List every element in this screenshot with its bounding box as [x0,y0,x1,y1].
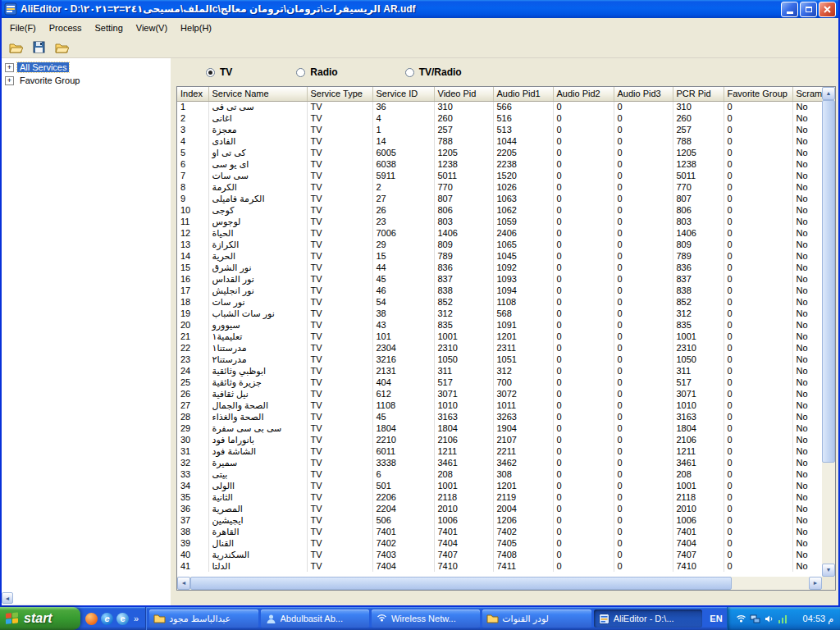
table-row[interactable]: 21تعليمية١TV101100112010010010No [177,331,822,342]
table-row[interactable]: 30بانوراما فودTV2210210621070021060No [177,434,822,445]
table-row[interactable]: 3معجزةTV1257513002570No [177,124,822,135]
table-row[interactable]: 37ايجيشينTV506100612060010060No [177,514,822,526]
open-file-button[interactable] [6,39,26,57]
taskbar-button-abdulbasit-ab-[interactable]: Abdulbasit Ab... [261,609,369,628]
table-row[interactable]: 15نور الشرقTV448361092008360No [177,262,822,273]
column-header-service-id[interactable]: Service ID [372,87,434,101]
table-row[interactable]: 29سى بى سى سفرةTV1804180419040018040No [177,422,822,434]
tree-item-favorite-group-label[interactable]: Favorite Group [17,75,82,85]
volume-icon[interactable] [764,614,774,624]
table-row[interactable]: 25جزيرة وثائقيةTV404517700005170No [177,377,822,388]
taskbar-button-alieditor-d-[interactable]: AliEditor - D:\... [594,609,702,628]
table-row[interactable]: 33بيتىTV6208308002080No [177,468,822,480]
scroll-right-button[interactable]: ► [809,577,822,590]
table-row[interactable]: 40السكندريةTV7403740774080074070No [177,549,822,560]
taskbar-clock[interactable]: م 04:53 [803,614,833,624]
tree-scroll-left-button[interactable]: ◄ [2,592,13,604]
radio-radio[interactable]: Radio [296,66,337,78]
taskbar-button--[interactable]: لودر القنوات [482,609,591,628]
table-row[interactable]: 14الحريةTV157891045007890No [177,250,822,262]
save-button[interactable] [29,39,49,57]
table-row[interactable]: 34االولىTV501100112010010010No [177,480,822,491]
scroll-left-button[interactable]: ◄ [177,577,190,590]
table-row[interactable]: 7سى ساتTV5911501115200050110No [177,170,822,181]
language-indicator[interactable]: EN [705,607,727,630]
table-row[interactable]: 35الثانيةTV2206211821190021180No [177,491,822,503]
table-row[interactable]: 41الدلتاTV7404741074110074100No [177,560,822,572]
tree-item-all-services-label[interactable]: All Services [17,62,69,72]
menu-view[interactable]: View(V) [130,20,174,36]
menu-process[interactable]: Process [43,20,89,36]
scroll-down-button[interactable]: ▼ [822,564,835,577]
table-row[interactable]: 6اى يو سىTV6038123822380012380No [177,158,822,170]
column-header-audio-pid1[interactable]: Audio Pid1 [493,87,553,101]
table-row[interactable]: 24ابوظبي وثائقيةTV2131311312003110No [177,365,822,377]
column-header-audio-pid3[interactable]: Audio Pid3 [614,87,673,101]
expand-plus-icon[interactable]: + [5,63,14,72]
table-row[interactable]: 23مدرستنا٢TV3216105010510010500No [177,354,822,365]
table-row[interactable]: 36المصريةTV2204201020040020100No [177,503,822,514]
restore-button[interactable] [800,2,817,17]
network-icon[interactable] [750,614,760,624]
menu-setting[interactable]: Setting [89,20,130,36]
table-row[interactable]: 5كى تى اوTV6005120522050012050No [177,147,822,158]
close-button[interactable] [819,2,836,17]
minimize-button[interactable] [781,2,798,17]
vertical-scrollbar[interactable]: ▲ ▼ [822,87,835,577]
cell-audio-pid2: 0 [553,262,614,273]
titlebar[interactable]: AliEditor - D:\الملف\مسيحى٢٤١=٢=٢٠٢١c\ال… [2,0,838,18]
column-header-video-pid[interactable]: Video Pid [434,87,493,101]
table-row[interactable]: 38القاهرةTV7401740174020074010No [177,526,822,537]
table-row[interactable]: 39القنالTV7402740474050074040No [177,537,822,549]
table-row[interactable]: 26نيل ثقافيةTV612307130720030710No [177,388,822,399]
column-header-service-name[interactable]: Service Name [208,87,307,101]
export-folder-button[interactable] [52,39,72,57]
menu-file[interactable]: File(F) [3,20,43,36]
column-header-audio-pid2[interactable]: Audio Pid2 [553,87,614,101]
browser-icon[interactable]: e [116,613,129,625]
expand-plus-icon[interactable]: + [5,76,14,85]
table-row[interactable]: 1سى تى فىTV36310566003100No [177,101,822,112]
table-row[interactable]: 19نور سات الشبابTV38312568003120No [177,308,822,319]
horizontal-scrollbar[interactable]: ◄ ► [177,577,822,590]
menu-help[interactable]: Help(H) [174,20,218,36]
table-row[interactable]: 11لوجوسTV238031059008030No [177,216,822,227]
table-row[interactable]: 12الحياةTV7006140624060014060No [177,227,822,239]
table-row[interactable]: 18نور ساتTV548521108008520No [177,296,822,308]
cell-service-type: TV [307,193,372,204]
taskbar-button--[interactable]: عبدالباسط مجود [149,609,258,628]
wireless-signal-icon[interactable] [736,614,746,624]
connection-status-icon[interactable] [778,614,788,624]
vertical-scroll-thumb[interactable] [822,100,835,463]
table-row[interactable]: 20سيووروTV438351091008350No [177,319,822,331]
column-header-pcr-pid[interactable]: PCR Pid [673,87,724,101]
table-row[interactable]: 8الكرمةTV27701026007700No [177,181,822,193]
table-row[interactable]: 22مدرستنا١TV2304231023110023100No [177,342,822,354]
radio-tv[interactable]: TV [206,66,232,78]
table-row[interactable]: 4الفادىTV147881044007880No [177,135,822,147]
column-header-scraml[interactable]: Scraml [792,87,822,101]
taskbar-button-wireless-netw-[interactable]: Wireless Netw... [372,609,480,628]
horizontal-scroll-thumb[interactable] [190,577,732,590]
column-header-index[interactable]: Index [177,87,208,101]
table-row[interactable]: 31الشاشة فودTV6011121122110012110No [177,445,822,457]
table-row[interactable]: 28الصحة والغذاءTV45316332630031630No [177,411,822,422]
tree-item-favorite-group[interactable]: + Favorite Group [3,74,169,87]
column-header-service-type[interactable]: Service Type [307,87,372,101]
table-row[interactable]: 16نور القداسTV458371093008370No [177,273,822,285]
table-row[interactable]: 13الكرازةTV298091065008090No [177,239,822,250]
table-row[interactable]: 9الكرمة فاميلىTV278071063008070No [177,193,822,204]
table-row[interactable]: 32سميرةTV3338346134620034610No [177,457,822,468]
table-row[interactable]: 17نور انجليشTV468381094008380No [177,285,822,296]
radio-tv-radio[interactable]: TV/Radio [405,66,462,78]
table-row[interactable]: 27الصحة والجمالTV1108101010110010100No [177,399,822,411]
quick-launch-overflow-chevron[interactable]: » [132,614,140,623]
column-header-favorite-group[interactable]: Favorite Group [724,87,792,101]
firefox-icon[interactable] [85,613,98,625]
internet-explorer-icon[interactable]: e [101,613,113,625]
tree-item-all-services[interactable]: + All Services [3,61,169,74]
table-row[interactable]: 2اغانىTV4260516002600No [177,112,822,124]
start-button[interactable]: start [0,607,80,630]
scroll-up-button[interactable]: ▲ [822,87,835,100]
table-row[interactable]: 10كوجىTV268061062008060No [177,204,822,216]
